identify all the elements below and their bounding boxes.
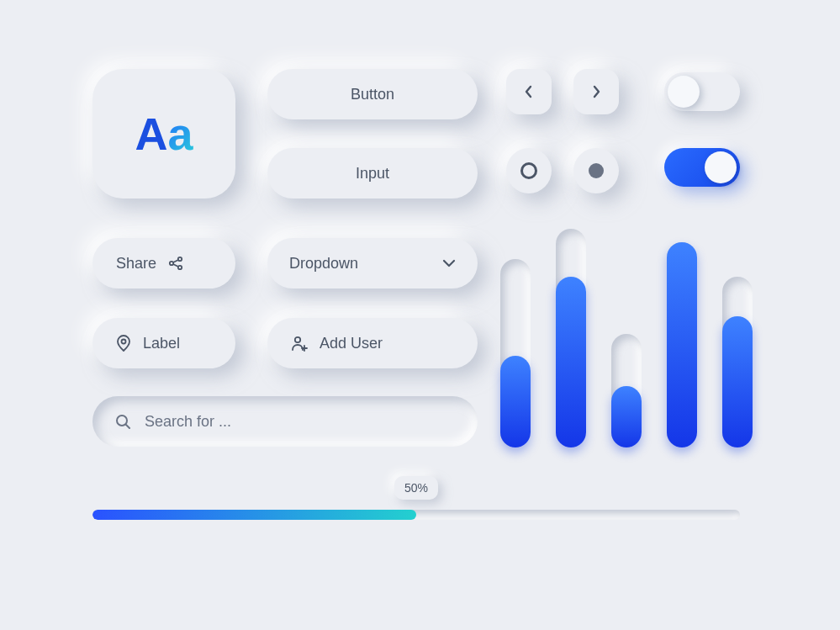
chevron-left-icon [524, 85, 534, 98]
label-button[interactable]: Label [92, 318, 235, 368]
label-button-label: Label [143, 335, 180, 352]
search-icon [114, 413, 131, 430]
radio-ring-icon [520, 162, 537, 179]
search-input[interactable]: Search for ... [92, 396, 478, 447]
prev-button[interactable] [506, 69, 552, 114]
toggle-knob [668, 76, 700, 108]
svg-point-1 [178, 257, 182, 261]
chart-bar-fill [611, 386, 642, 447]
share-button-label: Share [116, 255, 156, 273]
svg-line-3 [173, 260, 178, 262]
letter-upper: A [135, 108, 167, 160]
progress-fill [92, 510, 416, 520]
share-button[interactable]: Share [92, 238, 235, 289]
svg-point-5 [122, 340, 126, 344]
chevron-right-icon [591, 85, 601, 98]
add-user-button-label: Add User [320, 335, 383, 352]
progress-bar[interactable]: 50% [92, 510, 740, 520]
svg-line-4 [173, 264, 178, 267]
next-button[interactable] [573, 69, 619, 114]
svg-point-6 [295, 337, 300, 342]
radio-unselected[interactable] [506, 148, 552, 193]
add-user-icon [291, 335, 308, 352]
dropdown-button[interactable]: Dropdown [267, 238, 478, 289]
svg-point-2 [178, 266, 182, 269]
chart-bar-fill [500, 356, 531, 447]
input-button-label: Input [356, 165, 389, 183]
bar-chart [500, 229, 753, 447]
progress-track [92, 510, 740, 520]
radio-selected[interactable] [573, 148, 619, 193]
add-user-button[interactable]: Add User [267, 318, 478, 368]
search-placeholder: Search for ... [145, 413, 231, 431]
radio-dot-icon [589, 163, 604, 178]
chart-bar-fill [667, 242, 697, 447]
typography-tile: A a [92, 69, 235, 199]
primary-button-label: Button [351, 86, 394, 103]
toggle-on[interactable] [664, 148, 740, 187]
primary-button[interactable]: Button [267, 69, 478, 119]
share-icon [168, 256, 183, 271]
svg-point-0 [170, 262, 173, 265]
dropdown-label: Dropdown [289, 255, 358, 273]
input-button[interactable]: Input [267, 148, 478, 199]
toggle-off[interactable] [664, 72, 740, 111]
letter-lower: a [167, 108, 193, 160]
progress-tooltip: 50% [394, 476, 438, 500]
toggle-knob [705, 151, 737, 183]
svg-line-10 [126, 425, 129, 428]
chart-bar-fill [556, 277, 586, 447]
progress-value: 50% [404, 481, 428, 495]
svg-point-9 [117, 416, 127, 426]
location-pin-icon [116, 335, 131, 352]
chart-bar-fill [722, 316, 753, 447]
chevron-down-icon [442, 258, 456, 268]
